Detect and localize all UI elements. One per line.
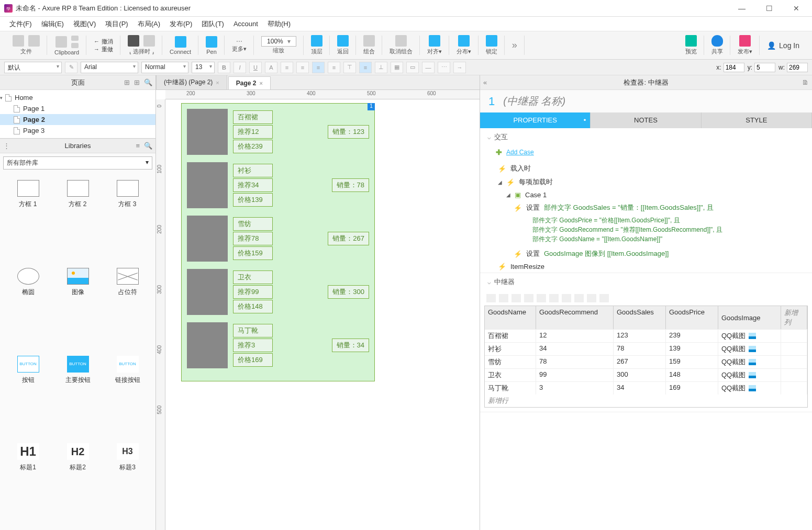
front-icon[interactable] bbox=[311, 35, 322, 47]
inspector-tab[interactable]: NOTES bbox=[591, 112, 701, 128]
product-image[interactable] bbox=[187, 322, 228, 368]
collapse-icon[interactable]: « bbox=[483, 78, 487, 86]
widget-name-input[interactable]: (中继器 名称) bbox=[503, 94, 565, 108]
lib-widget[interactable]: BUTTON主要按钮 bbox=[53, 352, 103, 439]
recommend-field[interactable]: 推荐78 bbox=[233, 232, 273, 245]
search-icon[interactable]: 🔍 bbox=[144, 78, 152, 86]
name-field[interactable]: 衬衫 bbox=[233, 164, 273, 177]
menu-item[interactable]: 团队(T) bbox=[197, 18, 228, 30]
arrow-button[interactable]: → bbox=[453, 62, 466, 73]
price-field[interactable]: 价格239 bbox=[233, 140, 273, 153]
select-icon-2[interactable] bbox=[143, 35, 155, 47]
lib-widget[interactable]: BUTTON按钮 bbox=[3, 352, 53, 439]
size-select[interactable]: 13 bbox=[192, 62, 215, 73]
product-image[interactable] bbox=[187, 109, 228, 155]
redo-button[interactable]: → 重做 bbox=[94, 46, 113, 53]
fill-button[interactable]: ▦ bbox=[391, 62, 403, 73]
table-tool[interactable] bbox=[587, 294, 596, 302]
lib-list-icon[interactable]: ≡ bbox=[136, 142, 140, 150]
menu-item[interactable]: Account bbox=[229, 18, 262, 29]
expand-icon[interactable]: ◢ bbox=[498, 179, 502, 185]
connect-icon[interactable] bbox=[175, 36, 186, 48]
product-image[interactable] bbox=[187, 269, 228, 315]
repeater-section-header[interactable]: 中继器 bbox=[480, 273, 812, 291]
lib-widget[interactable]: 方框 3 bbox=[103, 176, 152, 264]
close-button[interactable]: ✕ bbox=[789, 4, 804, 13]
lib-menu-icon[interactable]: ⋮ bbox=[3, 142, 10, 150]
lib-widget[interactable]: H2标题2 bbox=[53, 439, 103, 527]
style-select[interactable]: 默认 bbox=[4, 62, 62, 73]
distribute-icon[interactable] bbox=[458, 35, 470, 47]
note-icon[interactable]: 🗎 bbox=[802, 78, 809, 86]
price-field[interactable]: 价格148 bbox=[233, 300, 273, 313]
inspector-tab[interactable]: PROPERTIES bbox=[480, 112, 591, 128]
tree-item[interactable]: Page 1 bbox=[0, 103, 155, 114]
line-color-button[interactable]: ▭ bbox=[406, 62, 419, 73]
recommend-field[interactable]: 推荐3 bbox=[233, 339, 273, 352]
publish-icon[interactable] bbox=[739, 35, 751, 47]
valign-bot-button[interactable]: ⊥ bbox=[375, 62, 387, 73]
valign-mid-button[interactable]: ≡ bbox=[359, 62, 372, 73]
w-input[interactable] bbox=[787, 63, 808, 72]
copy-icon[interactable] bbox=[71, 43, 79, 48]
col-header[interactable]: GoodsPrice bbox=[666, 306, 718, 329]
zoom-select[interactable]: 100%▾ bbox=[261, 36, 296, 47]
menu-item[interactable]: 文件(F) bbox=[5, 18, 36, 30]
line-style-button[interactable]: ⋯ bbox=[438, 62, 450, 73]
repeater-row[interactable]: 雪纺推荐78价格159销量：267 bbox=[187, 216, 369, 262]
name-field[interactable]: 卫衣 bbox=[233, 270, 273, 284]
lib-search-icon[interactable]: 🔍 bbox=[144, 142, 152, 150]
bold-button[interactable]: B bbox=[218, 62, 230, 73]
new-col[interactable]: 新增列 bbox=[781, 306, 807, 329]
name-field[interactable]: 百褶裙 bbox=[233, 110, 273, 124]
table-tool[interactable] bbox=[499, 294, 508, 302]
document-tab[interactable]: Page 2× bbox=[228, 76, 271, 89]
underline-button[interactable]: U bbox=[249, 62, 262, 73]
data-row[interactable]: 卫衣99300148QQ截图 bbox=[485, 368, 807, 381]
col-header[interactable]: GoodsSales bbox=[614, 306, 666, 329]
tree-item[interactable]: Page 2 bbox=[0, 114, 155, 125]
login-button[interactable]: 👤Log In bbox=[760, 39, 807, 52]
lib-widget[interactable]: 方框 2 bbox=[53, 176, 103, 264]
repeater-row[interactable]: 马丁靴推荐3价格169销量：34 bbox=[187, 322, 369, 368]
repeater-row[interactable]: 百褶裙推荐12价格239销量：123 bbox=[187, 109, 369, 155]
recommend-field[interactable]: 推荐34 bbox=[233, 178, 273, 192]
canvas[interactable]: 1 百褶裙推荐12价格239销量：123衬衫推荐34价格139销量：78雪纺推荐… bbox=[165, 99, 480, 521]
preview-icon[interactable] bbox=[685, 35, 697, 47]
table-tool[interactable] bbox=[537, 294, 546, 302]
font-select[interactable]: Arial bbox=[81, 62, 138, 73]
inspector-tab[interactable]: STYLE bbox=[702, 112, 812, 128]
lib-widget[interactable]: H1标题1 bbox=[3, 439, 53, 527]
sales-field[interactable]: 销量：267 bbox=[328, 232, 369, 245]
price-field[interactable]: 价格159 bbox=[233, 246, 273, 260]
lib-widget[interactable]: 图像 bbox=[53, 264, 103, 352]
repeater-widget[interactable]: 1 百褶裙推荐12价格239销量：123衬衫推荐34价格139销量：78雪纺推荐… bbox=[181, 103, 375, 381]
x-input[interactable] bbox=[724, 63, 744, 72]
style-edit-icon[interactable]: ✎ bbox=[65, 62, 77, 73]
table-tool[interactable] bbox=[486, 294, 496, 302]
align-icon[interactable] bbox=[429, 35, 440, 47]
recommend-field[interactable]: 推荐99 bbox=[233, 285, 273, 299]
add-page-icon[interactable]: ⊞ bbox=[124, 78, 130, 86]
menu-item[interactable]: 帮助(H) bbox=[263, 18, 295, 30]
lock-icon[interactable] bbox=[486, 35, 497, 47]
col-header[interactable]: GoodsRecommend bbox=[536, 306, 614, 329]
minimize-button[interactable]: — bbox=[735, 4, 749, 13]
data-row[interactable]: 衬衫3478139QQ截图 bbox=[485, 342, 807, 355]
expand-icon[interactable]: ◢ bbox=[506, 192, 510, 198]
align-right-button[interactable]: ≡ bbox=[328, 62, 340, 73]
table-tool[interactable] bbox=[511, 294, 521, 302]
price-field[interactable]: 价格169 bbox=[233, 353, 273, 367]
weight-select[interactable]: Normal bbox=[141, 62, 188, 73]
lib-widget[interactable]: BUTTON链接按钮 bbox=[103, 352, 152, 439]
library-select[interactable]: 所有部件库▾ bbox=[3, 156, 152, 170]
lib-widget[interactable]: 椭圆 bbox=[3, 264, 53, 352]
menu-item[interactable]: 编辑(E) bbox=[37, 18, 68, 30]
data-row[interactable]: 马丁靴334169QQ截图 bbox=[485, 381, 807, 394]
product-image[interactable] bbox=[187, 216, 228, 262]
repeater-row[interactable]: 卫衣推荐99价格148销量：300 bbox=[187, 269, 369, 315]
bullets-button[interactable]: ≡ bbox=[281, 62, 293, 73]
menu-item[interactable]: 视图(V) bbox=[69, 18, 100, 30]
close-tab-icon[interactable]: × bbox=[216, 80, 219, 86]
product-image[interactable] bbox=[187, 162, 228, 208]
